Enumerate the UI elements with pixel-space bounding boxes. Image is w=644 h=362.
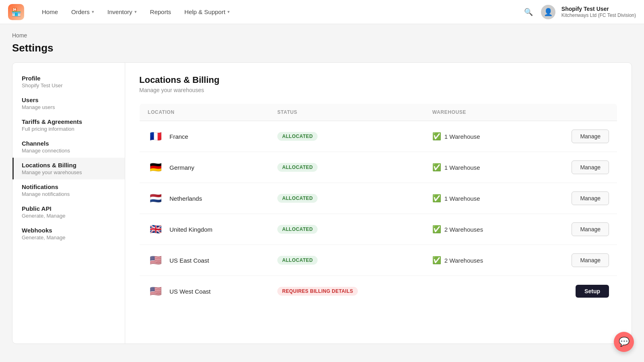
sidebar-item-locations-billing[interactable]: Locations & Billing Manage your warehous… (12, 158, 125, 179)
flag-icon: 🇺🇸 (148, 283, 164, 299)
page-content: Home Settings Profile Shopify Test User … (0, 24, 644, 352)
action-cell: Setup (531, 276, 617, 307)
location-cell: 🇳🇱 Netherlands (140, 183, 269, 214)
status-badge: ALLOCATED (277, 225, 318, 234)
check-icon: ✅ (432, 132, 441, 141)
search-button[interactable]: 🔍 (522, 6, 535, 19)
col-warehouse: WAREHOUSE (424, 104, 531, 121)
avatar: 👤 (541, 5, 555, 19)
location-cell: 🇫🇷 France (140, 121, 269, 152)
location-cell-inner: 🇺🇸 US West Coast (148, 283, 261, 299)
nav-item-inventory[interactable]: Inventory ▾ (102, 5, 142, 19)
section-title: Locations & Billing (139, 75, 617, 85)
action-cell: Manage (531, 121, 617, 152)
location-name: US West Coast (169, 288, 211, 295)
status-badge: ALLOCATED (277, 194, 318, 203)
app-logo[interactable]: 🏪 (8, 4, 24, 20)
location-cell-inner: 🇳🇱 Netherlands (148, 190, 261, 206)
status-cell: REQUIRES BILLING DETAILS (269, 276, 424, 307)
warehouse-count: 1 Warehouse (444, 164, 480, 171)
table-header: LOCATION STATUS WAREHOUSE (140, 104, 617, 121)
table-row: 🇩🇪 Germany ALLOCATED ✅ 1 Warehouse Manag… (140, 152, 617, 183)
warehouse-cell (424, 276, 531, 307)
col-status: STATUS (269, 104, 424, 121)
nav-item-orders[interactable]: Orders ▾ (66, 5, 100, 19)
setup-button[interactable]: Setup (576, 285, 609, 298)
status-cell: ALLOCATED (269, 214, 424, 245)
sidebar-item-tariffs[interactable]: Tariffs & Agreements Full pricing inform… (12, 114, 125, 136)
check-icon: ✅ (432, 256, 441, 265)
sidebar-item-profile[interactable]: Profile Shopify Test User (12, 71, 125, 93)
table-row: 🇳🇱 Netherlands ALLOCATED ✅ 1 Warehouse M… (140, 183, 617, 214)
chat-icon: 💬 (619, 337, 630, 347)
status-badge: ALLOCATED (277, 256, 318, 265)
manage-button[interactable]: Manage (572, 191, 609, 205)
breadcrumb[interactable]: Home (12, 32, 632, 39)
manage-button[interactable]: Manage (572, 160, 609, 174)
warehouse-count: 1 Warehouse (444, 133, 480, 140)
sidebar-item-public-api[interactable]: Public API Generate, Manage (12, 201, 125, 223)
warehouse-cell: ✅ 1 Warehouse (424, 152, 531, 183)
sidebar-item-notifications[interactable]: Notifications Manage notifications (12, 179, 125, 201)
warehouse-info: ✅ 2 Warehouses (432, 256, 523, 265)
inventory-chevron-icon: ▾ (134, 9, 137, 14)
location-cell-inner: 🇺🇸 US East Coast (148, 252, 261, 268)
location-name: US East Coast (169, 257, 209, 264)
status-badge: REQUIRES BILLING DETAILS (277, 287, 358, 296)
warehouse-count: 1 Warehouse (444, 195, 480, 202)
nav-item-help-support[interactable]: Help & Support ▾ (179, 5, 235, 19)
sidebar: Profile Shopify Test User Users Manage u… (12, 63, 125, 343)
nav-item-reports[interactable]: Reports (144, 5, 177, 19)
action-cell: Manage (531, 183, 617, 214)
section-subtitle: Manage your warehouses (139, 87, 617, 93)
location-cell-inner: 🇩🇪 Germany (148, 159, 261, 175)
warehouse-info: ✅ 1 Warehouse (432, 163, 523, 172)
location-cell: 🇺🇸 US West Coast (140, 276, 269, 307)
sidebar-item-webhooks[interactable]: Webhooks Generate, Manage (12, 223, 125, 245)
logo-icon: 🏪 (11, 7, 21, 17)
warehouse-cell: ✅ 2 Warehouses (424, 245, 531, 276)
manage-button[interactable]: Manage (572, 130, 609, 143)
flag-icon: 🇫🇷 (148, 128, 164, 144)
action-cell: Manage (531, 152, 617, 183)
header: 🏪 Home Orders ▾ Inventory ▾ Reports Help… (0, 0, 644, 24)
warehouse-count: 2 Warehouses (444, 257, 483, 264)
warehouse-info: ✅ 2 Warehouses (432, 225, 523, 234)
user-company: Kitchenways Ltd (FC Test Division) (561, 12, 636, 19)
location-cell: 🇺🇸 US East Coast (140, 245, 269, 276)
check-icon: ✅ (432, 163, 441, 172)
col-location: LOCATION (140, 104, 269, 121)
warehouse-count: 2 Warehouses (444, 226, 483, 233)
warehouse-cell: ✅ 1 Warehouse (424, 121, 531, 152)
check-icon: ✅ (432, 225, 441, 234)
table-row: 🇺🇸 US West Coast REQUIRES BILLING DETAIL… (140, 276, 617, 307)
settings-layout: Profile Shopify Test User Users Manage u… (12, 62, 632, 344)
flag-icon: 🇬🇧 (148, 221, 164, 237)
orders-chevron-icon: ▾ (92, 9, 94, 14)
manage-button[interactable]: Manage (572, 253, 609, 267)
status-cell: ALLOCATED (269, 152, 424, 183)
manage-button[interactable]: Manage (572, 222, 609, 236)
location-name: Netherlands (169, 195, 202, 202)
table-row: 🇬🇧 United Kingdom ALLOCATED ✅ 2 Warehous… (140, 214, 617, 245)
user-name: Shopify Test User (561, 5, 636, 12)
status-cell: ALLOCATED (269, 183, 424, 214)
sidebar-item-channels[interactable]: Channels Manage connections (12, 136, 125, 158)
table-row: 🇺🇸 US East Coast ALLOCATED ✅ 2 Warehouse… (140, 245, 617, 276)
warehouse-info: ✅ 1 Warehouse (432, 194, 523, 203)
main-nav: Home Orders ▾ Inventory ▾ Reports Help &… (36, 5, 510, 19)
help-chevron-icon: ▾ (227, 9, 230, 14)
flag-icon: 🇺🇸 (148, 252, 164, 268)
page-title: Settings (12, 42, 632, 54)
status-cell: ALLOCATED (269, 245, 424, 276)
status-badge: ALLOCATED (277, 163, 318, 172)
nav-item-home[interactable]: Home (36, 5, 64, 19)
warehouse-cell: ✅ 1 Warehouse (424, 183, 531, 214)
sidebar-item-users[interactable]: Users Manage users (12, 93, 125, 114)
location-cell-inner: 🇫🇷 France (148, 128, 261, 144)
user-info: Shopify Test User Kitchenways Ltd (FC Te… (561, 5, 636, 19)
table-body: 🇫🇷 France ALLOCATED ✅ 1 Warehouse Manage… (140, 121, 617, 307)
flag-icon: 🇳🇱 (148, 190, 164, 206)
chat-button[interactable]: 💬 (614, 332, 634, 352)
flag-icon: 🇩🇪 (148, 159, 164, 175)
